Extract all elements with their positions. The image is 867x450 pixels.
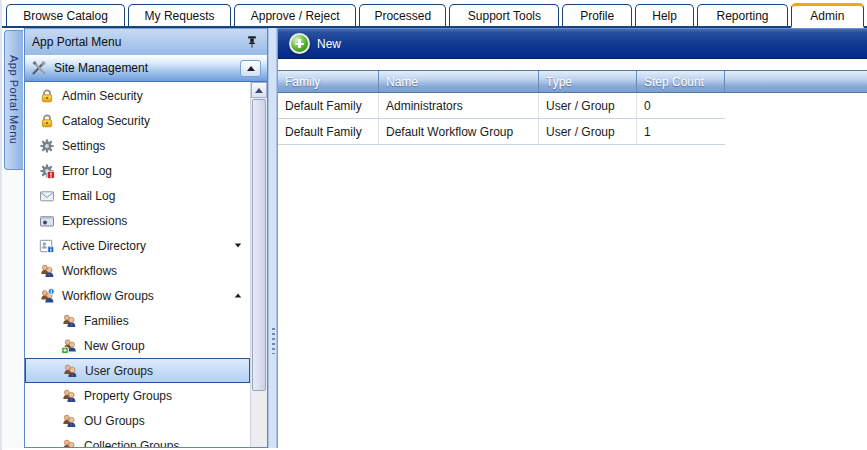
tab-admin[interactable]: Admin [791, 3, 864, 28]
item-label: Settings [62, 139, 242, 153]
tab-reporting[interactable]: Reporting [697, 4, 787, 26]
sidebar-body: Admin Security Catalog Security [25, 82, 267, 447]
section-collapse-button[interactable] [240, 60, 261, 77]
sidebar-item-user-groups[interactable]: User Groups [25, 358, 250, 383]
cell-name: Administrators [379, 93, 539, 118]
item-label: Property Groups [84, 389, 242, 403]
sidebar-group-site-management[interactable]: Site Management [25, 55, 267, 82]
item-label: Expressions [62, 214, 242, 228]
sidebar-title: App Portal Menu [32, 35, 244, 49]
cell-step-count: 0 [637, 93, 725, 118]
app-portal-menu-vertical-tab[interactable]: App Portal Menu [4, 30, 23, 170]
email-icon [39, 188, 55, 204]
sidebar-item-catalog-security[interactable]: Catalog Security [25, 108, 250, 133]
sidebar-item-active-directory[interactable]: Active Directory [25, 233, 250, 258]
scrollbar-up-button[interactable] [251, 82, 267, 98]
item-label: Active Directory [62, 239, 227, 253]
people-icon [61, 313, 77, 329]
sidebar-item-expressions[interactable]: Expressions [25, 208, 250, 233]
people-icon [61, 438, 77, 448]
sidebar-item-collection-groups[interactable]: Collection Groups [25, 433, 250, 447]
item-label: OU Groups [84, 414, 242, 428]
tab-profile[interactable]: Profile [562, 4, 631, 26]
sidebar-item-ou-groups[interactable]: OU Groups [25, 408, 250, 433]
sidebar-list: Admin Security Catalog Security [25, 83, 250, 447]
people-icon [39, 263, 55, 279]
grid-header-row: Family Name Type Step Count [278, 70, 867, 93]
sidebar-item-new-group[interactable]: New Group [25, 333, 250, 358]
people-info-icon [39, 288, 55, 304]
lock-icon [39, 88, 55, 104]
tab-help[interactable]: Help [635, 4, 695, 26]
people-add-icon [61, 338, 77, 354]
table-row[interactable]: Default Family Administrators User / Gro… [278, 93, 725, 119]
sidebar-item-workflow-groups[interactable]: Workflow Groups [25, 283, 250, 308]
table-row[interactable]: Default Family Default Workflow Group Us… [278, 119, 725, 145]
people-icon [62, 363, 78, 379]
cell-type: User / Group [539, 93, 637, 118]
tab-label: Reporting [716, 9, 768, 23]
new-button[interactable]: New [287, 31, 349, 56]
splitter-grip-icon [272, 328, 275, 354]
directory-icon [39, 238, 55, 254]
pin-icon[interactable] [244, 35, 260, 49]
tab-my-requests[interactable]: My Requests [128, 4, 231, 26]
sidebar-splitter[interactable] [268, 28, 277, 448]
sidebar-item-workflows[interactable]: Workflows [25, 258, 250, 283]
add-plus-icon [289, 33, 310, 54]
scrollbar-thumb[interactable] [252, 99, 266, 391]
column-label: Family [285, 75, 320, 89]
cell-step-count: 1 [637, 119, 725, 144]
column-header-step-count[interactable]: Step Count [637, 71, 725, 92]
tab-label: Browse Catalog [23, 9, 108, 23]
tab-label: Admin [810, 9, 844, 23]
column-label: Step Count [644, 75, 704, 89]
column-label: Name [386, 75, 418, 89]
main-region: App Portal Menu App Portal Menu [2, 28, 867, 448]
tools-icon [31, 60, 47, 76]
sidebar-item-email-log[interactable]: Email Log [25, 183, 250, 208]
cell-family: Default Family [278, 93, 379, 118]
section-title: Site Management [54, 61, 233, 75]
tab-browse-catalog[interactable]: Browse Catalog [6, 4, 125, 26]
content-area: New Family Name Type Step Count Default … [277, 28, 867, 448]
vertical-tab-label: App Portal Menu [8, 55, 20, 144]
workflow-groups-grid: Family Name Type Step Count Default Fami… [278, 70, 867, 145]
sidebar-item-settings[interactable]: Settings [25, 133, 250, 158]
people-icon [61, 413, 77, 429]
sidebar-item-families[interactable]: Families [25, 308, 250, 333]
tab-label: My Requests [145, 9, 215, 23]
tab-approve-reject[interactable]: Approve / Reject [234, 4, 356, 26]
column-label: Type [546, 75, 572, 89]
gear-error-icon [39, 163, 55, 179]
tab-support-tools[interactable]: Support Tools [449, 4, 559, 26]
sidebar-item-property-groups[interactable]: Property Groups [25, 383, 250, 408]
column-header-type[interactable]: Type [539, 71, 637, 92]
item-label: Error Log [62, 164, 242, 178]
chevron-up-icon [235, 294, 241, 298]
tab-label: Support Tools [468, 9, 541, 23]
item-label: Workflows [62, 264, 242, 278]
item-label: Catalog Security [62, 114, 242, 128]
tab-processed[interactable]: Processed [359, 4, 446, 26]
app-portal-window: Browse Catalog My Requests Approve / Rej… [0, 0, 867, 450]
cell-family: Default Family [278, 119, 379, 144]
people-icon [61, 388, 77, 404]
sidebar-scrollbar [250, 82, 267, 447]
item-label: Collection Groups [84, 439, 242, 448]
chevron-up-icon [247, 66, 255, 71]
tab-label: Profile [580, 9, 614, 23]
item-label: User Groups [85, 364, 241, 378]
lock-icon [39, 113, 55, 129]
column-header-family[interactable]: Family [278, 71, 379, 92]
sidebar-header: App Portal Menu [25, 29, 267, 55]
expressions-icon [39, 213, 55, 229]
column-header-name[interactable]: Name [379, 71, 539, 92]
gear-icon [39, 138, 55, 154]
sidebar-item-error-log[interactable]: Error Log [25, 158, 250, 183]
cell-type: User / Group [539, 119, 637, 144]
tab-label: Processed [374, 9, 431, 23]
edge-strip: App Portal Menu [2, 28, 24, 448]
new-button-label: New [317, 37, 341, 51]
sidebar-item-admin-security[interactable]: Admin Security [25, 83, 250, 108]
